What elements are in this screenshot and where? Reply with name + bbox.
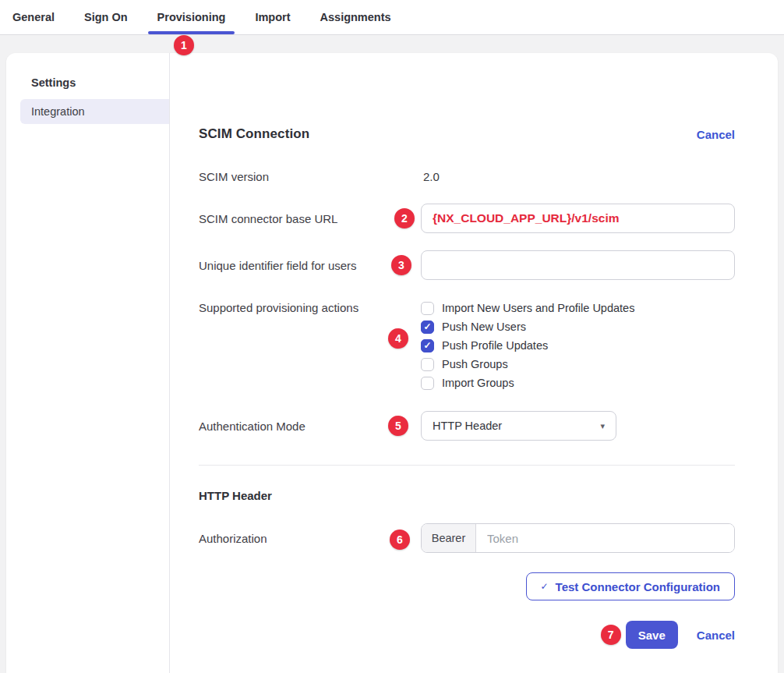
chevron-down-icon: ▾	[600, 421, 605, 431]
authentication-mode-row: Authentication Mode HTTP Header ▾ 5	[199, 411, 735, 441]
annotation-badge-3: 3	[391, 255, 411, 275]
base-url-input[interactable]	[421, 204, 735, 233]
sidebar-heading: Settings	[6, 76, 169, 89]
section-divider	[199, 465, 735, 466]
http-header-section-title: HTTP Header	[199, 489, 735, 505]
check-icon: ✓	[423, 341, 431, 350]
annotation-badge-2: 2	[394, 208, 415, 228]
checkbox-import-groups[interactable]: ✓ Import Groups	[421, 374, 735, 392]
provisioning-actions-group: ✓ Import New Users and Profile Updates ✓…	[421, 299, 735, 392]
annotation-badge-7: 7	[601, 625, 621, 645]
provisioning-actions-row: Supported provisioning actions ✓ Import …	[199, 299, 735, 392]
authorization-input-group: Bearer	[421, 523, 735, 553]
checkbox-push-groups[interactable]: ✓ Push Groups	[421, 355, 735, 374]
unique-identifier-label: Unique identifier field for users	[199, 259, 421, 272]
tab-sign-on[interactable]: Sign On	[84, 0, 128, 34]
sidebar-item-integration[interactable]: Integration	[20, 99, 169, 124]
check-icon: ✓	[541, 581, 549, 592]
tab-general[interactable]: General	[12, 0, 55, 34]
save-button[interactable]: Save	[626, 621, 678, 649]
page-title: SCIM Connection	[199, 126, 309, 142]
unique-identifier-row: Unique identifier field for users 3	[199, 250, 735, 280]
provisioning-actions-label: Supported provisioning actions	[199, 299, 421, 317]
checkbox-push-new-users[interactable]: ✓ Push New Users	[421, 317, 735, 336]
check-icon: ✓	[423, 322, 431, 331]
authorization-label: Authorization	[199, 532, 421, 545]
checkbox-import-new-users[interactable]: ✓ Import New Users and Profile Updates	[421, 299, 735, 317]
base-url-label: SCIM connector base URL	[199, 212, 421, 225]
footer-cancel-link[interactable]: Cancel	[697, 629, 735, 642]
settings-sidebar: Settings Integration	[6, 53, 170, 673]
checkbox[interactable]: ✓	[421, 302, 434, 315]
annotation-badge-1: 1	[174, 35, 194, 55]
base-url-row: SCIM connector base URL 2	[199, 204, 735, 233]
sidebar-item-label: Integration	[31, 105, 85, 118]
scim-connection-form: SCIM Connection Cancel SCIM version 2.0 …	[170, 53, 778, 673]
scim-version-row: SCIM version 2.0	[199, 168, 735, 184]
scim-version-label: SCIM version	[199, 170, 421, 183]
header-cancel-link[interactable]: Cancel	[697, 128, 735, 141]
annotation-badge-6: 6	[390, 530, 410, 550]
annotation-badge-4: 4	[388, 328, 408, 349]
test-connector-button[interactable]: ✓ Test Connector Configuration	[526, 572, 735, 600]
bearer-prefix: Bearer	[422, 524, 476, 552]
app-tab-bar: General Sign On Provisioning Import Assi…	[0, 0, 784, 35]
checkbox[interactable]: ✓	[421, 358, 434, 371]
authorization-row: Authorization Bearer 6	[199, 523, 735, 553]
scim-version-value: 2.0	[421, 170, 735, 183]
checkbox[interactable]: ✓	[421, 377, 434, 390]
tab-provisioning[interactable]: Provisioning	[157, 0, 226, 34]
unique-identifier-input[interactable]	[421, 250, 735, 280]
provisioning-settings-card: Settings Integration SCIM Connection Can…	[6, 53, 778, 673]
tab-import[interactable]: Import	[255, 0, 290, 34]
tab-assignments[interactable]: Assignments	[320, 0, 391, 34]
checkbox[interactable]: ✓	[421, 339, 434, 352]
checkbox[interactable]: ✓	[421, 321, 434, 334]
authentication-mode-select[interactable]: HTTP Header ▾	[421, 411, 616, 441]
token-input[interactable]	[476, 524, 734, 552]
annotation-badge-5: 5	[388, 416, 408, 436]
checkbox-push-profile-updates[interactable]: ✓ Push Profile Updates	[421, 336, 735, 355]
